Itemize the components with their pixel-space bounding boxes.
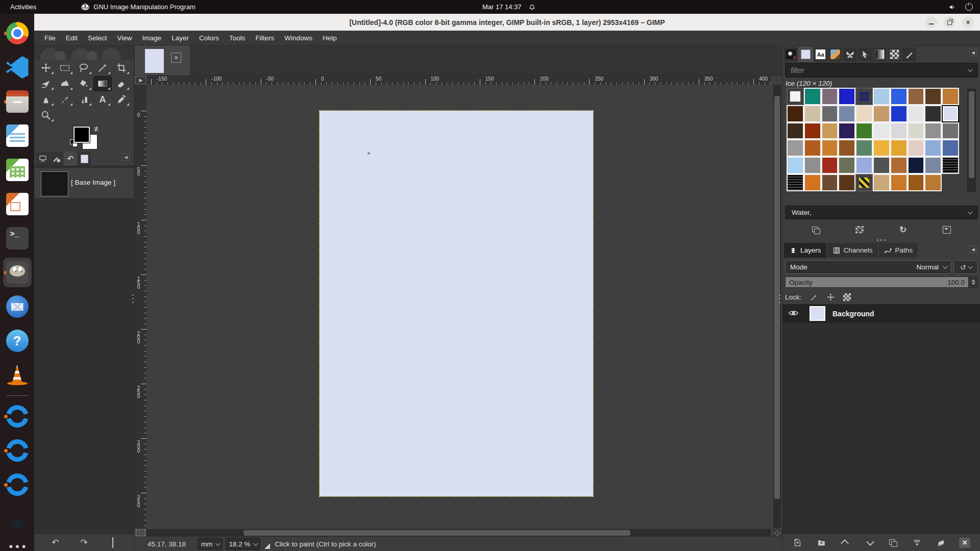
dock-splitter-handle[interactable] — [782, 238, 980, 242]
tool-text[interactable]: A — [94, 92, 111, 107]
raise-layer-button[interactable] — [837, 536, 854, 549]
dock-vscode[interactable] — [3, 53, 32, 82]
pattern-swatch-3-3[interactable] — [838, 139, 855, 157]
dock-remote-2[interactable] — [3, 436, 32, 465]
tab-tool-presets[interactable] — [858, 47, 872, 61]
dock-calc[interactable] — [3, 155, 32, 185]
pattern-swatch-0-6[interactable] — [890, 88, 908, 105]
dock-writer[interactable] — [3, 121, 32, 151]
merge-down-button[interactable] — [909, 536, 926, 549]
tool-gradient[interactable] — [94, 77, 111, 91]
tool-paintbrush[interactable] — [56, 92, 74, 107]
pattern-swatch-3-4[interactable] — [855, 139, 873, 157]
pattern-swatch-0-2[interactable] — [821, 88, 839, 105]
tool-rectangle-select[interactable] — [56, 61, 74, 75]
pattern-swatch-1-9[interactable] — [942, 105, 959, 122]
pattern-filter-input[interactable] — [786, 66, 968, 74]
new-layer-group-button[interactable] — [813, 536, 830, 549]
mode-dropdown[interactable]: Mode Normal — [785, 260, 951, 274]
opacity-spinner[interactable] — [969, 277, 978, 288]
pattern-swatch-3-7[interactable] — [908, 139, 925, 157]
pattern-swatch-3-9[interactable] — [942, 139, 959, 157]
pattern-swatch-0-0[interactable] — [787, 88, 804, 105]
image-tab[interactable]: × — [135, 46, 189, 75]
lower-layer-button[interactable] — [861, 536, 878, 549]
pattern-swatch-4-0[interactable] — [787, 157, 804, 174]
pattern-swatch-4-1[interactable] — [804, 157, 821, 174]
dock-vlc[interactable] — [3, 360, 32, 390]
chevron-down-icon[interactable] — [968, 67, 973, 72]
pattern-swatch-0-5[interactable] — [873, 88, 890, 105]
close-button[interactable]: × — [962, 16, 974, 28]
pattern-tag-dropdown[interactable]: Water, — [785, 206, 978, 219]
pattern-swatch-5-5[interactable] — [873, 174, 890, 191]
pattern-swatch-2-3[interactable] — [838, 122, 855, 140]
pattern-swatch-4-3[interactable] — [838, 157, 855, 174]
new-layer-button[interactable] — [789, 536, 806, 549]
dock-gimp[interactable] — [3, 258, 32, 287]
pattern-swatch-2-9[interactable] — [942, 122, 959, 140]
pattern-swatch-4-6[interactable] — [890, 157, 908, 174]
pattern-swatch-1-2[interactable] — [821, 105, 839, 122]
menu-colors[interactable]: Colors — [194, 31, 224, 46]
navigation-button[interactable] — [773, 529, 781, 537]
add-layer-mask-button[interactable] — [932, 536, 949, 549]
canvas-page[interactable] — [320, 111, 593, 496]
menu-windows[interactable]: Windows — [279, 31, 317, 46]
pattern-swatch-5-7[interactable] — [908, 174, 925, 191]
menu-file[interactable]: File — [39, 31, 61, 46]
pattern-swatch-0-7[interactable] — [908, 88, 925, 105]
tool-clone[interactable] — [37, 92, 55, 107]
tool-zoom[interactable] — [37, 108, 55, 122]
dock-collapse-icon[interactable]: ◀ — [969, 49, 977, 56]
pattern-swatch-5-8[interactable] — [924, 174, 942, 191]
pattern-swatch-1-6[interactable] — [890, 105, 908, 122]
tab-device-status[interactable]: i — [50, 152, 63, 166]
canvas-viewport[interactable] — [146, 85, 771, 528]
tab-channels[interactable]: Channels — [827, 243, 878, 258]
activities-button[interactable]: Activities — [10, 3, 36, 11]
dock-help[interactable] — [3, 326, 32, 356]
dock-collapse-icon[interactable]: ◀ — [969, 246, 977, 253]
tab-gradients[interactable] — [873, 47, 887, 61]
pattern-swatch-3-2[interactable] — [821, 139, 839, 157]
pattern-swatch-5-4[interactable] — [855, 174, 873, 191]
delete-pattern-button[interactable]: × — [849, 223, 870, 236]
pattern-scrollbar[interactable] — [967, 89, 976, 192]
pattern-swatch-0-4[interactable] — [855, 88, 873, 105]
pattern-swatch-2-5[interactable] — [873, 122, 890, 140]
tab-document-history[interactable] — [828, 47, 842, 61]
focused-app-menu[interactable]: GNU Image Manipulation Program — [81, 3, 195, 11]
dock-files[interactable] — [3, 87, 32, 116]
dock-thunderbird[interactable] — [3, 292, 32, 321]
menu-edit[interactable]: Edit — [61, 31, 83, 46]
tool-ink[interactable] — [75, 92, 92, 107]
dock-collapse-icon[interactable]: ◀ — [122, 154, 130, 161]
tab-palettes[interactable] — [888, 47, 901, 61]
pattern-swatch-2-8[interactable] — [924, 122, 942, 140]
menu-select[interactable]: Select — [83, 31, 112, 46]
tab-brushes[interactable] — [784, 47, 798, 61]
undo-history-entry[interactable]: [ Base Image ] — [34, 168, 134, 198]
restore-button[interactable] — [944, 16, 955, 28]
menu-help[interactable]: Help — [317, 31, 342, 46]
duplicate-layer-button[interactable] — [885, 536, 902, 549]
tool-eraser[interactable] — [113, 77, 130, 91]
clock-menu[interactable]: Mar 17 14:37 — [482, 0, 535, 14]
dock-app-grid[interactable] — [3, 538, 32, 551]
dock-dim[interactable] — [3, 504, 32, 534]
lock-alpha-icon[interactable] — [843, 293, 851, 301]
pattern-swatch-4-8[interactable] — [924, 157, 942, 174]
dock-terminal[interactable] — [3, 223, 32, 253]
pattern-swatch-2-2[interactable] — [821, 122, 839, 140]
pattern-swatch-0-3[interactable] — [838, 88, 855, 105]
lock-position-icon[interactable] — [826, 293, 835, 302]
pattern-swatch-4-7[interactable] — [908, 157, 925, 174]
tab-tool-options[interactable] — [36, 152, 50, 166]
opacity-slider[interactable]: Opacity 100.0 — [785, 277, 969, 288]
lock-pixels-icon[interactable] — [810, 293, 818, 302]
pattern-swatch-5-0[interactable] — [787, 174, 804, 191]
tool-heal[interactable] — [56, 77, 74, 91]
pattern-swatch-5-1[interactable] — [804, 174, 821, 191]
tool-color-picker[interactable] — [113, 92, 130, 107]
